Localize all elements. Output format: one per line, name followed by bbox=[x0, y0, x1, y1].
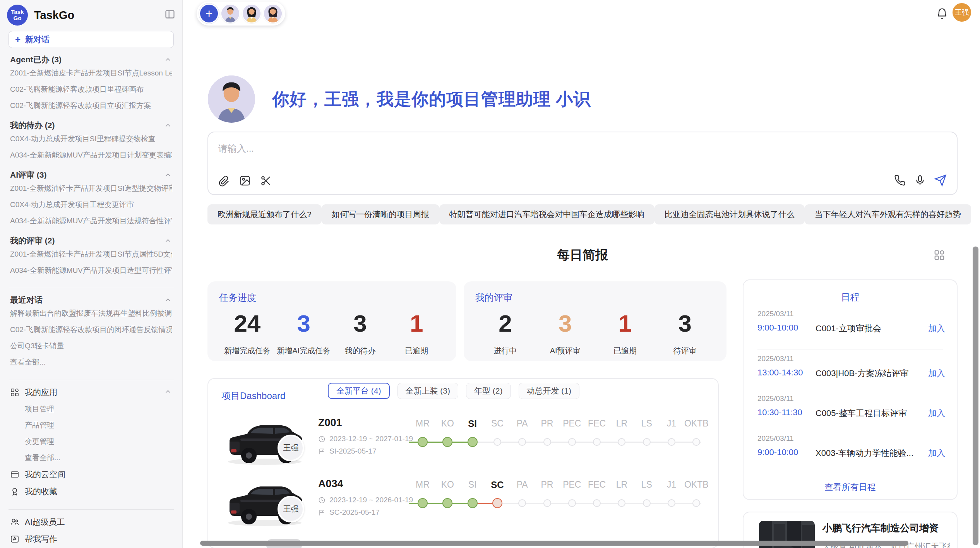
sidebar-task-item[interactable]: A034-全新新能源MUV产品开发项目计划变更表编写 bbox=[10, 147, 172, 163]
view-all-schedule-link[interactable]: 查看所有日程 bbox=[744, 481, 957, 493]
recent-chats-more[interactable]: 查看全部... bbox=[10, 354, 172, 370]
milestone-node bbox=[593, 499, 601, 507]
suggestion-chip[interactable]: 比亚迪全固态电池计划具体说了什么 bbox=[654, 204, 805, 224]
milestone-label: LR bbox=[608, 418, 635, 429]
milestone-label: PA bbox=[509, 418, 536, 429]
my-review-stats: 2进行中3AI预评审1已逾期3待评审 bbox=[475, 310, 715, 356]
recent-chats-header[interactable]: 最近对话 bbox=[10, 295, 172, 305]
stat-label: 待评审 bbox=[655, 346, 715, 356]
sidebar-divider bbox=[9, 380, 174, 380]
stat-value: 24 bbox=[219, 310, 276, 337]
chat-input[interactable] bbox=[218, 142, 877, 174]
my-apps-item[interactable]: 查看全部... bbox=[10, 450, 172, 466]
milestone-label: PA bbox=[509, 480, 536, 490]
sidebar-task-item[interactable]: C02-飞腾新能源轻客改款项目里程碑画布 bbox=[10, 81, 172, 98]
stat-label: 新增AI完成任务 bbox=[276, 346, 332, 356]
schedule-divider bbox=[757, 349, 943, 349]
sidebar-group-header[interactable]: 我的评审 (2) bbox=[10, 235, 172, 246]
dashboard-tab[interactable]: 动总开发 (1) bbox=[519, 383, 580, 399]
agent-avatar-1[interactable] bbox=[221, 5, 239, 22]
milestone-node bbox=[442, 437, 452, 447]
vertical-scrollbar[interactable] bbox=[973, 247, 978, 545]
suggestion-chip[interactable]: 当下年轻人对汽车外观有怎样的喜好趋势 bbox=[805, 204, 971, 224]
project-flag-label: SC-2025-05-17 bbox=[329, 508, 380, 517]
project-code[interactable]: Z001 bbox=[318, 417, 342, 429]
join-meeting-link[interactable]: 加入 bbox=[928, 408, 945, 419]
milestone-node bbox=[518, 499, 526, 507]
greeting-block: 你好，王强，我是你的项目管理助理 小识 bbox=[208, 75, 591, 123]
my-apps-item[interactable]: 项目管理 bbox=[10, 401, 172, 417]
recent-chat-item[interactable]: 解释最新出台的欧盟报废车法规再生塑料比例被调至15%... bbox=[10, 305, 172, 322]
sidebar-task-item[interactable]: Z001-全新燃油皮卡产品开发项目SI节点Lesson Learn报告 bbox=[10, 65, 172, 81]
sidebar-divider bbox=[9, 509, 174, 510]
sidebar-group-header[interactable]: 我的待办 (2) bbox=[10, 120, 172, 131]
attach-icon[interactable] bbox=[218, 175, 230, 188]
sidebar-tool[interactable]: AI超级员工 bbox=[10, 514, 172, 531]
dashboard-tab[interactable]: 全新上装 (3) bbox=[397, 383, 459, 399]
suggestion-chip[interactable]: 欧洲新规最近颁布了什么? bbox=[207, 204, 322, 224]
sidebar-task-item[interactable]: Z001-全新燃油轻卡产品开发项目SI节点属性5D文件评审 bbox=[10, 246, 172, 262]
milestone-label: SC bbox=[484, 480, 511, 490]
milestone-label: J1 bbox=[658, 418, 685, 429]
sidebar-task-item[interactable]: A034-全新新能源MUV产品开发项目造型可行性评审 bbox=[10, 262, 172, 279]
sidebar-task-item[interactable]: A034-全新新能源MUV产品开发项目法规符合性评审 bbox=[10, 213, 172, 229]
chevron-up-icon bbox=[164, 296, 172, 304]
agent-avatar-2[interactable] bbox=[243, 5, 260, 22]
recent-chat-item[interactable]: C02-飞腾新能源轻客改款项目的闭环通告反馈情况 bbox=[10, 322, 172, 338]
image-icon[interactable] bbox=[239, 175, 251, 188]
my-apps-title: 我的应用 bbox=[25, 387, 57, 398]
sidebar-task-item[interactable]: C02-飞腾新能源轻客改款项目立项汇报方案 bbox=[10, 98, 172, 114]
stat-column: 2进行中 bbox=[475, 310, 535, 356]
chat-input-card bbox=[207, 132, 958, 195]
stat-value: 1 bbox=[388, 310, 445, 337]
suggestion-chips: 欧洲新规最近颁布了什么?如何写一份清晰的项目周报特朗普可能对进口汽车增税会对中国… bbox=[207, 204, 958, 224]
horizontal-scrollbar[interactable] bbox=[200, 541, 908, 546]
sidebar-link-badge[interactable]: 我的收藏 bbox=[10, 483, 172, 500]
schedule-divider bbox=[757, 389, 943, 389]
my-apps-header[interactable]: 我的应用 bbox=[10, 384, 172, 401]
stat-column: 3AI预评审 bbox=[535, 310, 595, 356]
user-avatar[interactable]: 王强 bbox=[953, 3, 971, 22]
add-agent-button[interactable]: + bbox=[200, 5, 218, 22]
sidebar-group-title: 我的待办 (2) bbox=[10, 120, 55, 131]
milestone-label: SC bbox=[484, 418, 511, 429]
layout-grid-icon[interactable] bbox=[934, 249, 945, 262]
sidebar-task-item[interactable]: C0X4-动力总成开发项目SI里程碑提交物检查 bbox=[10, 131, 172, 147]
sidebar-task-item[interactable]: C0X4-动力总成开发项目工程变更评审 bbox=[10, 197, 172, 213]
milestone-label: OKTB bbox=[683, 480, 710, 490]
scissors-icon[interactable] bbox=[260, 175, 272, 188]
sidebar-task-item[interactable]: Z001-全新燃油轻卡产品开发项目SI造型提交物评审 bbox=[10, 180, 172, 197]
sidebar-tool[interactable]: 帮我写作 bbox=[10, 531, 172, 548]
write-icon bbox=[10, 534, 19, 544]
milestone-label: MR bbox=[409, 418, 436, 429]
milestone-node bbox=[692, 438, 700, 446]
dashboard-tab[interactable]: 全新平台 (4) bbox=[328, 383, 390, 399]
suggestion-chip[interactable]: 如何写一份清晰的项目周报 bbox=[322, 204, 439, 224]
sidebar-group-header[interactable]: Agent已办 (3) bbox=[10, 54, 172, 65]
recent-chat-item[interactable]: 公司Q3轻卡销量 bbox=[10, 338, 172, 354]
send-icon[interactable] bbox=[934, 174, 947, 188]
new-chat-button[interactable]: + 新对话 bbox=[9, 31, 174, 48]
milestone-node bbox=[492, 498, 502, 508]
phone-icon[interactable] bbox=[894, 175, 906, 188]
dashboard-tab[interactable]: 年型 (2) bbox=[466, 383, 511, 399]
my-apps-item[interactable]: 产品管理 bbox=[10, 417, 172, 433]
notifications-bell-icon[interactable] bbox=[936, 8, 948, 22]
stat-label: AI预评审 bbox=[535, 346, 595, 356]
sidebar-group-header[interactable]: AI评审 (3) bbox=[10, 170, 172, 180]
dashboard-tabs: 全新平台 (4)全新上装 (3)年型 (2)动总开发 (1) bbox=[328, 383, 579, 399]
suggestion-chip[interactable]: 特朗普可能对进口汽车增税会对中国车企造成哪些影响 bbox=[439, 204, 654, 224]
join-meeting-link[interactable]: 加入 bbox=[928, 368, 945, 379]
agent-avatar-3[interactable] bbox=[264, 5, 282, 22]
schedule-time: 9:00-10:00 bbox=[757, 447, 798, 457]
project-code[interactable]: A034 bbox=[318, 478, 343, 490]
join-meeting-link[interactable]: 加入 bbox=[928, 323, 945, 334]
my-review-card: 我的评审 2进行中3AI预评审1已逾期3待评审 bbox=[464, 281, 726, 361]
join-meeting-link[interactable]: 加入 bbox=[928, 447, 945, 459]
my-apps-item[interactable]: 变更管理 bbox=[10, 433, 172, 450]
mic-icon[interactable] bbox=[914, 175, 926, 188]
sidebar-link-window[interactable]: 我的云空间 bbox=[10, 466, 172, 483]
collapse-sidebar-icon[interactable] bbox=[164, 9, 175, 21]
greeting-text: 你好，王强，我是你的项目管理助理 小识 bbox=[272, 88, 591, 111]
schedule-card: 日程 2025/03/119:00-10:00C001-立项审批会加入2025/… bbox=[743, 279, 958, 500]
